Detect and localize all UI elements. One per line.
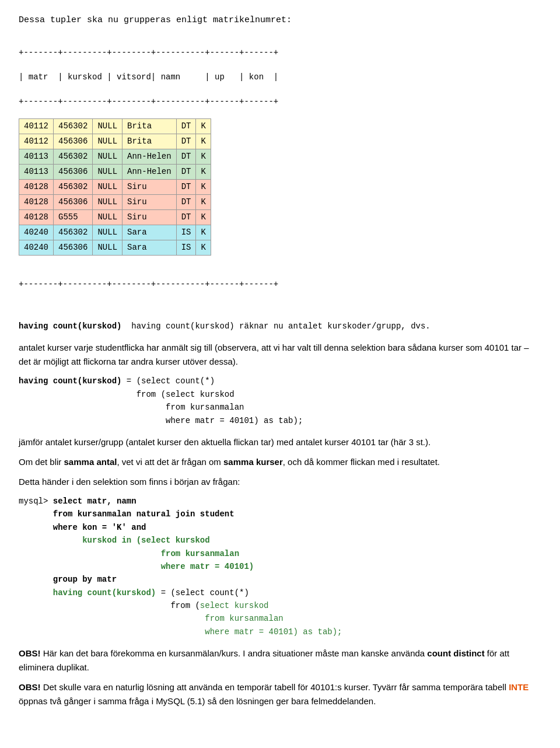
para-2: jämför antalet kurser/grupp (antalet kur… [19, 435, 541, 449]
code2-l10 [19, 614, 205, 623]
data-table: 40112456302NULLBritaDTK40112456306NULLBr… [19, 118, 211, 256]
table-cell-kurskod: 456306 [54, 164, 93, 179]
code2-l8-green: having count(kurskod) [53, 588, 156, 597]
table-cell-up: DT [176, 118, 196, 134]
code2-l5-green: from kursanmalan [161, 549, 239, 558]
code2-l7: group by matr [19, 575, 117, 584]
code2-l9-green: select kurskod [200, 601, 269, 610]
obs-1: OBS! Här kan det bara förekomma en kursa… [19, 646, 541, 674]
having-description: having count(kurskod) räknar nu antalet … [131, 321, 430, 331]
table-cell-kon: K [196, 118, 211, 134]
obs-2: OBS! Det skulle vara en naturlig lösning… [19, 680, 541, 708]
table-cell-up: DT [176, 149, 196, 164]
table-cell-vitsord: NULL [93, 164, 123, 179]
code1-line2: from (select kurskod [19, 390, 235, 399]
obs1-label: OBS! [19, 648, 41, 658]
table-cell-matr: 40240 [19, 225, 54, 240]
code2-l4-green: kurskod in (select kurskod [82, 536, 209, 545]
table-cell-up: DT [176, 209, 196, 225]
obs2-suffix: öppnas två gånger i samma fråga i MySQL … [19, 696, 376, 706]
table-cell-kurskod: 456302 [54, 179, 93, 194]
table-cell-matr: 40128 [19, 179, 54, 194]
table-cell-up: DT [176, 134, 196, 149]
table-separator-bottom: +-------+---------+--------+----------+-… [19, 266, 541, 291]
table-row: 40112456306NULLBritaDTK [19, 134, 211, 149]
table-cell-kurskod: 456302 [54, 225, 93, 240]
code2-l4 [19, 536, 82, 545]
code2-l1: mysql> select matr, namn [19, 497, 136, 506]
code2-l5 [19, 549, 161, 558]
table-cell-matr: 40113 [19, 149, 54, 164]
intro-line: Dessa tupler ska nu grupperas enligt mat… [19, 14, 541, 27]
obs1-text: Här kan det bara förekomma en kursanmäla… [41, 648, 428, 658]
code2-l8-rest: = (select count(*) [156, 588, 249, 597]
table-cell-namn: Brita [123, 118, 177, 134]
table-cell-kurskod: 456306 [54, 134, 93, 149]
table-separator-top: +-------+---------+--------+----------+-… [19, 48, 278, 57]
table-cell-vitsord: NULL [93, 179, 123, 194]
obs2-inte: INTE [509, 682, 528, 692]
table-cell-namn: Sara [123, 240, 177, 255]
db-table-container: +-------+---------+--------+----------+-… [19, 34, 541, 108]
table-cell-kurskod: 456306 [54, 240, 93, 255]
table-row: 40240456306NULLSaraISK [19, 240, 211, 255]
table-cell-matr: 40240 [19, 240, 54, 255]
code1-line1-rest: = (select count(*) [121, 376, 215, 386]
table-cell-up: IS [176, 240, 196, 255]
table-row: 40128456306NULLSiruDTK [19, 194, 211, 209]
table-header: | matr | kurskod | vitsord| namn | up | … [19, 72, 278, 82]
table-cell-vitsord: NULL [93, 225, 123, 240]
table-separator-header: +-------+---------+--------+----------+-… [19, 97, 278, 106]
para-1: antalet kurser varje studentflicka har a… [19, 341, 541, 369]
code2-l6-green: where matr = 40101) [161, 562, 254, 571]
table-cell-matr: 40112 [19, 134, 54, 149]
code2-l2: from kursanmalan natural join student [19, 509, 235, 519]
table-cell-up: DT [176, 194, 196, 209]
obs1-bold: count distinct [427, 648, 484, 658]
code1-line4: where matr = 40101) as tab); [19, 416, 303, 425]
table-row: 40128456302NULLSiruDTK [19, 179, 211, 194]
table-row: 40112456302NULLBritaDTK [19, 118, 211, 134]
table-cell-matr: 40128 [19, 194, 54, 209]
table-cell-up: DT [176, 179, 196, 194]
table-cell-vitsord: NULL [93, 240, 123, 255]
table-cell-matr: 40113 [19, 164, 54, 179]
table-cell-vitsord: NULL [93, 209, 123, 225]
table-cell-namn: Sara [123, 225, 177, 240]
table-row: 40128G555NULLSiruDTK [19, 209, 211, 225]
table-cell-kon: K [196, 240, 211, 255]
code-block-2: mysql> select matr, namn from kursanmala… [19, 495, 541, 638]
table-cell-namn: Ann-Helen [123, 149, 177, 164]
bold-samma-antal: samma antal [64, 457, 117, 467]
table-cell-up: IS [176, 225, 196, 240]
table-cell-kurskod: 456302 [54, 149, 93, 164]
obs2-text: Det skulle vara en naturlig lösning att … [41, 682, 509, 692]
code2-l10-green: from kursanmalan [205, 614, 283, 623]
table-cell-kon: K [196, 164, 211, 179]
code1-line1-bold: having count(kurskod) [19, 376, 121, 386]
code2-l6 [19, 562, 161, 571]
para-4: Detta händer i den selektion som finns i… [19, 475, 541, 489]
table-cell-matr: 40112 [19, 118, 54, 134]
table-cell-kon: K [196, 149, 211, 164]
table-cell-namn: Siru [123, 194, 177, 209]
table-cell-vitsord: NULL [93, 194, 123, 209]
obs2-label: OBS! [19, 682, 41, 692]
para-3: Om det blir samma antal, vet vi att det … [19, 455, 541, 469]
table-cell-vitsord: NULL [93, 134, 123, 149]
table-cell-kurskod: G555 [54, 209, 93, 225]
table-cell-namn: Siru [123, 209, 177, 225]
table-cell-namn: Brita [123, 134, 177, 149]
table-cell-kon: K [196, 225, 211, 240]
table-cell-kon: K [196, 209, 211, 225]
code2-l11-green: where matr = 40101) as tab); [205, 627, 342, 637]
code2-l3: where kon = 'K' and [19, 523, 146, 532]
table-cell-vitsord: NULL [93, 118, 123, 134]
table-cell-up: DT [176, 164, 196, 179]
table-row: 40240456302NULLSaraISK [19, 225, 211, 240]
table-cell-namn: Ann-Helen [123, 164, 177, 179]
code2-l9: from ( [19, 601, 200, 610]
having-intro-line: having count(kurskod) having count(kursk… [19, 320, 541, 333]
bold-samma-kurser: samma kurser [223, 457, 283, 467]
table-cell-kurskod: 456306 [54, 194, 93, 209]
